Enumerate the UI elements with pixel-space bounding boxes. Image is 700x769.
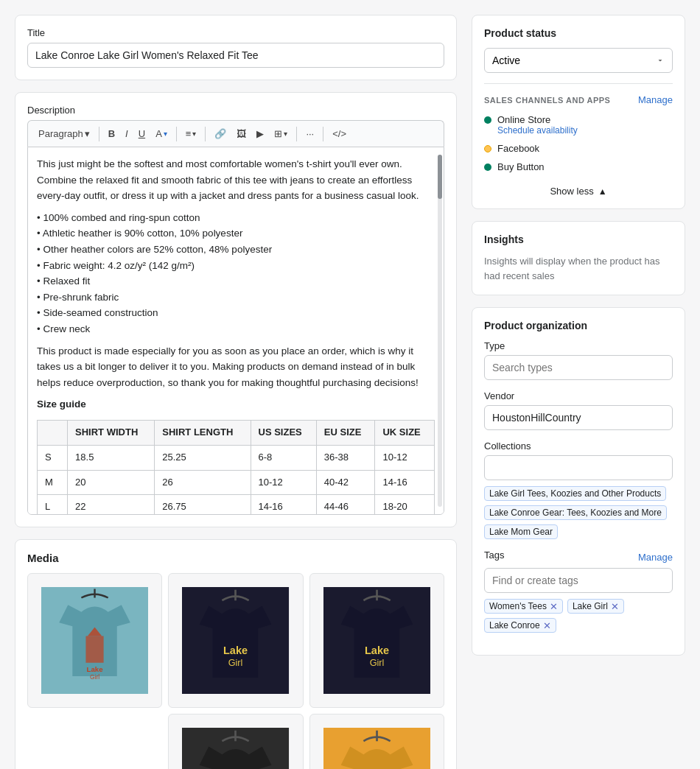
tag-lake-conroe-label: Lake Conroe [489, 620, 540, 631]
media-item-2[interactable]: Lake Girl [168, 573, 303, 708]
td-length: 25.25 [155, 445, 251, 470]
type-label: Type [484, 340, 673, 351]
tshirt-sm-svg-3: Lake Girl [323, 587, 430, 694]
tags-chips: Women's Tees ✕ Lake Girl ✕ Lake Conroe ✕ [484, 599, 673, 633]
media-card: Media Lake Girl [15, 539, 457, 769]
desc-para-1: This just might be the softest and most … [37, 156, 435, 204]
insights-card: Insights Insights will display when the … [472, 221, 685, 295]
svg-text:Girl: Girl [369, 658, 384, 668]
media-item-large[interactable]: Lake Girl [27, 573, 162, 708]
online-store-name: Online Store [497, 114, 578, 125]
svg-text:Lake: Lake [87, 665, 104, 673]
table-row: S18.525.256-836-3810-12 [38, 445, 435, 470]
tag-lake-girl-remove[interactable]: ✕ [611, 602, 619, 611]
title-label: Title [27, 27, 444, 38]
table-row: M202610-1240-4214-16 [38, 470, 435, 495]
color-button[interactable]: A▾ [151, 125, 172, 142]
editor-toolbar: Paragraph ▾ B I U A▾ ≡▾ 🔗 🖼 ▶ ⊞▾ ··· </> [27, 120, 444, 147]
size-table: SHIRT WIDTH SHIRT LENGTH US SIZES EU SIZ… [37, 420, 435, 515]
product-status-card: Product status Active Draft SALES CHANNE… [472, 15, 685, 209]
more-button[interactable]: ··· [301, 125, 318, 142]
sales-manage-link[interactable]: Manage [638, 94, 673, 105]
collections-field: Collections Lake Girl Tees, Koozies and … [484, 440, 673, 539]
desc-para-2: This product is made especially for you … [37, 343, 435, 391]
video-button[interactable]: ▶ [252, 125, 268, 142]
facebook-name: Facebook [497, 143, 539, 154]
collection-chip-1-label: Lake Girl Tees, Koozies and Other Produc… [489, 488, 661, 499]
scrollbar-thumb[interactable] [438, 155, 442, 199]
tag-womens-tees-remove[interactable]: ✕ [550, 602, 558, 611]
td-us: 10-12 [251, 470, 316, 495]
table-row: L2226.7514-1644-4618-20 [38, 495, 435, 515]
buy-button-dot [484, 164, 491, 171]
paragraph-select[interactable]: Paragraph ▾ [34, 125, 94, 142]
collection-chip-3-label: Lake Mom Gear [489, 527, 553, 537]
table-button[interactable]: ⊞▾ [270, 125, 292, 142]
th-eu: EU SIZE [316, 420, 375, 445]
toolbar-sep-5 [323, 127, 323, 141]
td-us: 14-16 [251, 495, 316, 515]
image-button[interactable]: 🖼 [232, 125, 251, 142]
title-input[interactable] [27, 43, 444, 68]
tshirt-large-svg: Lake Girl [41, 587, 148, 694]
schedule-availability-link[interactable]: Schedule availability [497, 125, 578, 136]
show-less-label: Show less [550, 186, 593, 197]
td-width: 22 [68, 495, 155, 515]
media-item-4[interactable]: Lake Girl [168, 714, 303, 769]
channel-buy-button: Buy Button [484, 161, 673, 172]
svg-text:Girl: Girl [228, 658, 243, 668]
link-button[interactable]: 🔗 [210, 125, 231, 142]
tshirt-sm-svg-4: Lake Girl [182, 728, 289, 769]
toolbar-sep-2 [176, 127, 177, 141]
type-input[interactable] [484, 355, 673, 380]
tags-label: Tags [484, 549, 504, 561]
media-item-5[interactable]: Lake Girl [309, 714, 444, 769]
collections-input[interactable] [484, 455, 673, 480]
product-org-title: Product organization [484, 320, 673, 331]
description-editor[interactable]: This just might be the softest and most … [27, 147, 444, 515]
td-size: M [38, 470, 68, 495]
channel-facebook: Facebook [484, 143, 673, 154]
toolbar-sep-1 [99, 127, 99, 141]
td-length: 26.75 [155, 495, 251, 515]
collection-chip-3: Lake Mom Gear [484, 524, 558, 539]
th-length: SHIRT LENGTH [155, 420, 251, 445]
insights-title: Insights [484, 233, 673, 245]
tag-chip-womens-tees: Women's Tees ✕ [484, 599, 563, 614]
svg-text:Girl: Girl [90, 673, 99, 681]
status-select[interactable]: Active Draft [484, 48, 673, 73]
vendor-field: Vendor [484, 390, 673, 430]
collection-chip-1: Lake Girl Tees, Koozies and Other Produc… [484, 486, 666, 501]
size-guide-title: Size guide [37, 396, 435, 412]
chevron-up-icon: ▲ [598, 186, 607, 197]
collections-chips: Lake Girl Tees, Koozies and Other Produc… [484, 486, 673, 539]
online-store-dot [484, 116, 491, 124]
td-length: 26 [155, 470, 251, 495]
svg-text:Lake: Lake [223, 645, 248, 656]
insights-description: Insights will display when the product h… [484, 254, 673, 283]
td-width: 18.5 [68, 445, 155, 470]
td-eu: 40-42 [316, 470, 375, 495]
collection-chip-2: Lake Conroe Gear: Tees, Koozies and More [484, 505, 667, 520]
tags-manage-link[interactable]: Manage [638, 552, 673, 563]
tag-chip-lake-conroe: Lake Conroe ✕ [484, 618, 556, 633]
underline-button[interactable]: U [134, 125, 150, 142]
type-field: Type [484, 340, 673, 380]
desc-bullets: • 100% combed and ring-spun cotton • Ath… [37, 210, 435, 337]
align-button[interactable]: ≡▾ [181, 125, 201, 142]
tags-input[interactable] [484, 568, 673, 593]
show-less-button[interactable]: Show less ▲ [484, 180, 673, 197]
tag-womens-tees-label: Women's Tees [489, 601, 547, 611]
media-item-3[interactable]: Lake Girl [309, 573, 444, 708]
tag-lake-conroe-remove[interactable]: ✕ [543, 621, 551, 631]
td-size: L [38, 495, 68, 515]
tag-chip-lake-girl: Lake Girl ✕ [567, 599, 624, 614]
td-uk: 10-12 [375, 445, 435, 470]
bold-button[interactable]: B [104, 125, 119, 142]
italic-button[interactable]: I [121, 125, 133, 142]
tag-lake-girl-label: Lake Girl [573, 601, 608, 611]
code-button[interactable]: </> [328, 125, 351, 142]
scrollbar-track[interactable] [438, 155, 442, 507]
vendor-input[interactable] [484, 405, 673, 430]
toolbar-sep-3 [205, 127, 206, 141]
